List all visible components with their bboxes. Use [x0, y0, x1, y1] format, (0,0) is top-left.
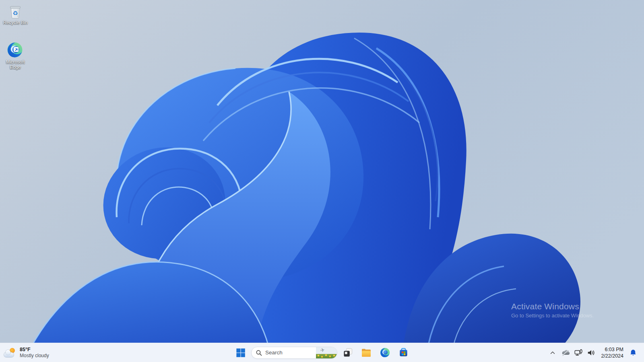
microsoft-store-icon	[398, 348, 409, 358]
search-highlight-thumbnail[interactable]: ✈	[316, 347, 337, 358]
taskbar: 85°F Mostly cloudy	[0, 343, 644, 362]
search-input[interactable]	[264, 349, 313, 356]
ethernet-network-icon	[574, 348, 583, 357]
network-tray-button[interactable]	[572, 345, 584, 360]
file-explorer-icon	[361, 348, 372, 358]
plane-icon: ✈	[320, 347, 326, 354]
flower-field-image	[316, 354, 337, 358]
desktop-icon-label: Microsoft Edge	[0, 60, 30, 70]
microsoft-store-button[interactable]	[395, 345, 411, 361]
start-button[interactable]	[233, 345, 249, 361]
wallpaper-bloom	[0, 0, 644, 362]
task-view-button[interactable]	[340, 345, 356, 361]
weather-widget-button[interactable]: 85°F Mostly cloudy	[4, 343, 49, 362]
weather-condition: Mostly cloudy	[20, 353, 49, 359]
edge-icon	[380, 348, 390, 358]
edge-button[interactable]	[377, 345, 393, 361]
windows-logo-icon	[236, 348, 246, 358]
desktop: ♻ Recycle Bin Microsoft Edge Activate Wi…	[0, 0, 644, 362]
chevron-up-icon	[549, 349, 556, 356]
volume-icon	[587, 348, 596, 357]
search-icon	[256, 350, 262, 356]
search-box[interactable]: ✈	[251, 347, 337, 359]
svg-text:♻: ♻	[12, 10, 18, 17]
task-view-icon	[343, 348, 353, 358]
desktop-icon-label: Recycle Bin	[3, 20, 28, 25]
file-explorer-button[interactable]	[358, 345, 374, 361]
recycle-bin-icon: ♻	[7, 3, 23, 19]
clock[interactable]: 6:03 PM 2/22/2024	[598, 345, 626, 361]
tray-time: 6:03 PM	[605, 346, 623, 353]
tray-chevron-button[interactable]	[547, 345, 559, 360]
tray-date: 2/22/2024	[601, 353, 623, 359]
desktop-icon-microsoft-edge[interactable]: Microsoft Edge	[0, 42, 31, 70]
weather-temperature: 85°F	[20, 347, 31, 353]
sun-behind-cloud-icon	[4, 348, 16, 358]
onedrive-tray-button[interactable]	[559, 345, 572, 360]
shortcut-arrow-icon	[14, 47, 19, 52]
notification-bell-button[interactable]	[627, 345, 639, 360]
volume-tray-button[interactable]	[585, 345, 597, 360]
desktop-icon-recycle-bin[interactable]: ♻ Recycle Bin	[0, 3, 31, 25]
onedrive-offline-icon	[561, 348, 570, 357]
notification-bell-icon	[629, 348, 638, 357]
